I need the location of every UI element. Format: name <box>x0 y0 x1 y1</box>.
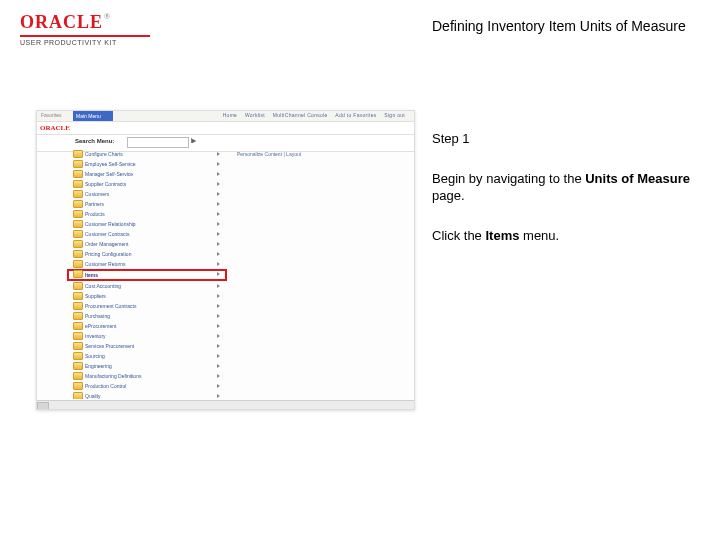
link-signout[interactable]: Sign out <box>384 112 405 118</box>
menu-item[interactable]: Production Control <box>73 381 223 391</box>
menu-item-label: Partners <box>85 201 104 207</box>
folder-icon <box>73 292 83 300</box>
menu-item[interactable]: Manager Self-Service <box>73 169 223 179</box>
menu-item-label: eProcurement <box>85 323 116 329</box>
folder-icon <box>73 240 83 248</box>
menu-item-label: Customer Returns <box>85 261 126 267</box>
search-label: Search Menu: <box>75 138 114 144</box>
app-screenshot: Favorites Main Menu Home Worklist MultiC… <box>36 110 415 410</box>
folder-icon <box>73 200 83 208</box>
chevron-right-icon <box>217 344 220 348</box>
link-add-fav[interactable]: Add to Favorites <box>335 112 376 118</box>
folder-icon <box>73 270 83 278</box>
chevron-right-icon <box>217 232 220 236</box>
folder-icon <box>73 282 83 290</box>
menu-item[interactable]: Customer Relationship <box>73 219 223 229</box>
menu-item[interactable]: Quality <box>73 391 223 399</box>
chevron-right-icon <box>217 252 220 256</box>
menu-item-label: Customer Contracts <box>85 231 129 237</box>
menu-item[interactable]: Engineering <box>73 361 223 371</box>
menu-item-label: Purchasing <box>85 313 110 319</box>
menu-item-label: Production Control <box>85 383 126 389</box>
chevron-right-icon <box>217 334 220 338</box>
brand-wordmark: ORACLE® <box>20 12 150 33</box>
menu-item[interactable]: Employee Self-Service <box>73 159 223 169</box>
top-links: Home Worklist MultiChannel Console Add t… <box>220 112 408 118</box>
menu-item-label: Engineering <box>85 363 112 369</box>
scrollbar-knob[interactable] <box>37 402 49 410</box>
app-brand: ORACLE <box>40 124 70 132</box>
menu-item[interactable]: Customer Returns <box>73 259 223 269</box>
menu-item-items[interactable]: Items <box>73 269 223 281</box>
instruction-line-1: Begin by navigating to the Units of Meas… <box>432 170 692 205</box>
menu-item[interactable]: Customers <box>73 189 223 199</box>
menu-item[interactable]: Customer Contracts <box>73 229 223 239</box>
menu-item[interactable]: Services Procurement <box>73 341 223 351</box>
folder-icon <box>73 260 83 268</box>
brand-subtitle: USER PRODUCTIVITY KIT <box>20 39 150 46</box>
folder-icon <box>73 150 83 158</box>
menu-item[interactable]: Suppliers <box>73 291 223 301</box>
menu-item[interactable]: Procurement Contracts <box>73 301 223 311</box>
menu-item[interactable]: Products <box>73 209 223 219</box>
chevron-right-icon <box>217 304 220 308</box>
instruction-panel: Step 1 Begin by navigating to the Units … <box>432 130 692 266</box>
menu-item-label: Inventory <box>85 333 106 339</box>
menu-item-label: Items <box>85 272 98 278</box>
chevron-right-icon <box>217 394 220 398</box>
instruction-line-2: Click the Items menu. <box>432 227 692 245</box>
menu-item-label: Customer Relationship <box>85 221 136 227</box>
chevron-right-icon <box>217 364 220 368</box>
chevron-right-icon <box>217 152 220 156</box>
link-worklist[interactable]: Worklist <box>245 112 265 118</box>
search-input[interactable] <box>127 137 189 148</box>
menu-item-label: Sourcing <box>85 353 105 359</box>
folder-icon <box>73 362 83 370</box>
favorites-label: Favorites <box>41 112 62 118</box>
menu-item[interactable]: Cost Accounting <box>73 281 223 291</box>
link-home[interactable]: Home <box>223 112 238 118</box>
folder-icon <box>73 352 83 360</box>
folder-icon <box>73 250 83 258</box>
folder-icon <box>73 220 83 228</box>
search-go-icon[interactable]: ⯈ <box>191 138 197 144</box>
chevron-right-icon <box>217 212 220 216</box>
folder-icon <box>73 372 83 380</box>
menu-item[interactable]: Configure Charts <box>73 149 223 159</box>
folder-icon <box>73 302 83 310</box>
menu-item[interactable]: Pricing Configuration <box>73 249 223 259</box>
folder-icon <box>73 342 83 350</box>
menu-item[interactable]: Purchasing <box>73 311 223 321</box>
chevron-right-icon <box>217 172 220 176</box>
chevron-right-icon <box>217 354 220 358</box>
menu-item[interactable]: Partners <box>73 199 223 209</box>
chevron-right-icon <box>217 262 220 266</box>
menu-item[interactable]: Sourcing <box>73 351 223 361</box>
app-logo-row: ORACLE <box>37 122 414 135</box>
menu-item[interactable]: Manufacturing Definitions <box>73 371 223 381</box>
folder-icon <box>73 170 83 178</box>
app-body: Personalize Content | Layout Configure C… <box>37 149 414 399</box>
brand-rule <box>20 35 150 37</box>
menu-item-label: Customers <box>85 191 109 197</box>
folder-icon <box>73 332 83 340</box>
menu-item[interactable]: eProcurement <box>73 321 223 331</box>
folder-icon <box>73 230 83 238</box>
chevron-right-icon <box>217 272 220 276</box>
menu-item[interactable]: Supplier Contracts <box>73 179 223 189</box>
horizontal-scrollbar[interactable] <box>37 400 414 409</box>
menu-list: Configure ChartsEmployee Self-ServiceMan… <box>73 149 223 399</box>
main-menu-button[interactable]: Main Menu <box>73 111 113 121</box>
menu-item[interactable]: Order Management <box>73 239 223 249</box>
chevron-right-icon <box>217 324 220 328</box>
chevron-right-icon <box>217 294 220 298</box>
chevron-right-icon <box>217 284 220 288</box>
menu-item-label: Supplier Contracts <box>85 181 126 187</box>
menu-item[interactable]: Inventory <box>73 331 223 341</box>
link-mcc[interactable]: MultiChannel Console <box>273 112 328 118</box>
brand-logo: ORACLE® USER PRODUCTIVITY KIT <box>20 12 150 46</box>
folder-icon <box>73 312 83 320</box>
chevron-right-icon <box>217 314 220 318</box>
menu-item-label: Configure Charts <box>85 151 123 157</box>
personalize-link[interactable]: Personalize Content | Layout <box>237 151 301 157</box>
